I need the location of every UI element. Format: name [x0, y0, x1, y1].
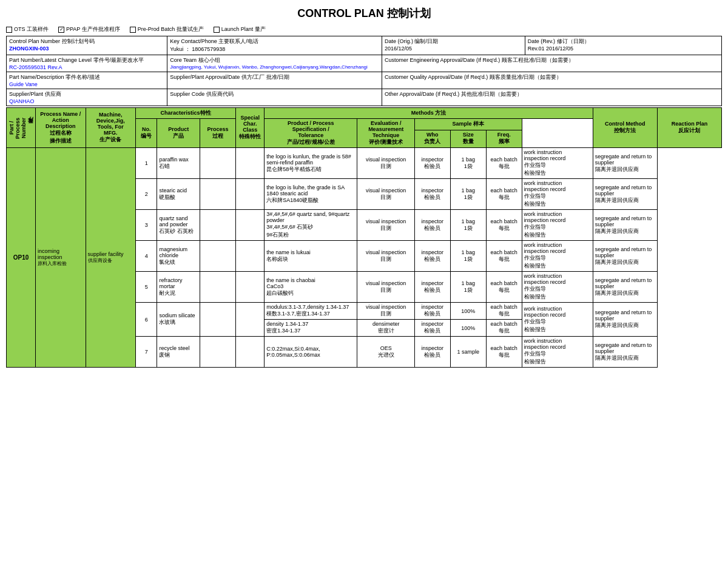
header-eval: Evaluation /MeasurementTechnique评价/测量技术 — [357, 119, 414, 148]
eval-cell: visual inspection目测 — [357, 241, 414, 272]
checkbox-launch[interactable]: Launch Plant 量产 — [214, 25, 266, 33]
no-cell: 1 — [136, 148, 157, 179]
supplier-code-label: Supplier Code 供应商代码 — [170, 90, 379, 98]
customer-eng-label: Customer Engineering Approval/Date (If R… — [385, 56, 719, 64]
spec-cell: the name is chaobaiCaCo3超白碳酸钙 — [265, 272, 357, 303]
date-rev-label: Date (Rev.) 修订（日期） — [528, 38, 719, 45]
product-cell: recycle steel废钢 — [157, 337, 200, 368]
header-who: Who负责人 — [414, 130, 450, 147]
no-cell: 4 — [136, 241, 157, 272]
checkbox-preprod-label: Pre-Prod Batch 批量试生产 — [138, 25, 204, 33]
reaction-plan-cell: segregate and return to supplier隔离并退回供应商 — [593, 148, 657, 179]
freq-cell-extra: each batch每批 — [486, 320, 522, 337]
key-contact-value: Yukui ： 18067579938 — [170, 45, 379, 53]
product-cell: magnesiumchloride氯化镁 — [157, 241, 200, 272]
reaction-plan-cell: segregate and return to supplier隔离并退回供应商 — [593, 210, 657, 241]
key-contact-label: Key Contact/Phone 主要联系人/电话 — [170, 38, 379, 45]
size-cell: 1 bag1袋 — [450, 210, 486, 241]
who-cell: inspector检验员 — [414, 148, 450, 179]
size-cell: 1 bag1袋 — [450, 179, 486, 210]
eval-cell: OES光谱仪 — [357, 337, 414, 368]
part-name-value: Guide Vane — [9, 81, 164, 87]
checkbox-preprod-box[interactable] — [130, 27, 136, 33]
special-char-cell — [236, 241, 265, 272]
spec-cell: the name is lukuai名称卤块 — [265, 241, 357, 272]
size-cell: 1 bag1袋 — [450, 148, 486, 179]
checkbox-ots-label: OTS 工装样件 — [14, 25, 49, 33]
core-team-value: Jiangjiangping, Yukui, Wujianxin, Wanbo,… — [170, 64, 379, 70]
product-cell: refractorymortar耐火泥 — [157, 272, 200, 303]
header-process-char: Process过程 — [200, 119, 236, 148]
eval-cell: visual inspection目测 — [357, 272, 414, 303]
freq-cell: each batch每批 — [486, 303, 522, 320]
no-cell: 5 — [136, 272, 157, 303]
control-plan-number-value: ZHONGXIN-003 — [9, 45, 164, 52]
control-method-cell: work instructioninspection record作业指导检验报… — [522, 272, 593, 303]
who-cell-extra: inspector检验员 — [414, 320, 450, 337]
reaction-plan-cell: segregate and return to supplier隔离并退回供应商 — [593, 241, 657, 272]
process-cell — [200, 303, 236, 337]
spec-cell: the logo is kunlun, the grade is 58# sem… — [265, 148, 357, 179]
page-title: CONTROL PLAN 控制计划 — [6, 6, 722, 21]
machine-cell: supplier facility供应商设备 — [86, 148, 136, 368]
freq-cell: each batch每批 — [486, 179, 522, 210]
checkbox-ppap[interactable]: PPAP 生产件批准程序 — [58, 25, 120, 33]
size-cell: 1 sample — [450, 337, 486, 368]
header-part-process-number: Part /ProcessNumber工序号 — [7, 108, 36, 148]
freq-cell: each batch每批 — [486, 210, 522, 241]
who-cell: inspector检验员 — [414, 337, 450, 368]
supplier-plant-approval-label: Supplier/Plant Approval/Date 供方/工厂 批准/日期 — [170, 73, 379, 81]
special-char-cell — [236, 179, 265, 210]
size-cell: 1 bag1袋 — [450, 272, 486, 303]
core-team-label: Core Team 核心小组 — [170, 56, 379, 64]
header-special-char: SpecialChar.Class特殊特性 — [236, 108, 265, 148]
size-cell: 1 bag1袋 — [450, 241, 486, 272]
freq-cell: each batch每批 — [486, 148, 522, 179]
process-name-cell: incoming inspection原料入库检验 — [36, 148, 86, 368]
control-method-cell: work instructioninspection record作业指导检验报… — [522, 148, 593, 179]
header-methods: Methods 方法 — [265, 108, 593, 119]
supplier-value: QIANHAO — [9, 98, 164, 104]
checkbox-launch-label: Launch Plant 量产 — [221, 25, 266, 33]
date-rev-value: Rev.01 2016/12/05 — [528, 45, 719, 52]
checkbox-ots-box[interactable] — [6, 27, 12, 33]
header-process-name: Process Name /ActionDescription过程名称操作描述 — [36, 108, 86, 148]
checkbox-ppap-box[interactable] — [58, 27, 64, 33]
date-orig-label: Date (Orig.) 编制/日期 — [385, 38, 522, 45]
eval-cell: visual inspection目测 — [357, 148, 414, 179]
size-cell: 100% — [450, 303, 486, 320]
freq-cell: each batch每批 — [486, 337, 522, 368]
no-cell: 3 — [136, 210, 157, 241]
other-approval-label: Other Approval/Date (If Req'd.) 其他批准/日期（… — [385, 90, 719, 98]
process-cell — [200, 272, 236, 303]
supplier-label: Supplier/Plant 供应商 — [9, 90, 164, 98]
checkbox-launch-box[interactable] — [214, 27, 220, 33]
header-no: No.编号 — [136, 119, 157, 148]
checkbox-ppap-label: PPAP 生产件批准程序 — [66, 25, 120, 33]
process-cell — [200, 210, 236, 241]
who-cell: inspector检验员 — [414, 303, 450, 320]
part-number-label: Part Number/Latest Change Level 零件号/最新更改… — [9, 56, 164, 64]
special-char-cell — [236, 337, 265, 368]
spec-cell: the logo is liuhe, the grade is SA 1840 … — [265, 179, 357, 210]
header-info-table: Control Plan Number 控制计划号码 ZHONGXIN-003 … — [6, 36, 722, 106]
no-cell: 7 — [136, 337, 157, 368]
control-method-cell: work instructioninspection record作业指导检验报… — [522, 210, 593, 241]
main-control-plan-table: Part /ProcessNumber工序号 Process Name /Act… — [6, 107, 722, 368]
product-cell: stearic acid硬脂酸 — [157, 179, 200, 210]
checkbox-ots[interactable]: OTS 工装样件 — [6, 25, 49, 33]
control-method-cell: work instructioninspection record作业指导检验报… — [522, 241, 593, 272]
special-char-cell — [236, 303, 265, 337]
reaction-plan-cell: segregate and return to supplier隔离并退回供应商 — [593, 272, 657, 303]
process-cell — [200, 241, 236, 272]
freq-cell: each batch每批 — [486, 272, 522, 303]
spec-cell: 3#,4#,5#,6# quartz sand, 9#quartz powder… — [265, 210, 357, 241]
product-cell: sodium silicate水玻璃 — [157, 303, 200, 337]
checkboxes-container: OTS 工装样件 PPAP 生产件批准程序 Pre-Prod Batch 批量试… — [6, 25, 722, 33]
size-cell-extra: 100% — [450, 320, 486, 337]
spec-cell-extra: density 1.34-1.37密度1.34-1.37 — [265, 320, 357, 337]
checkbox-preprod[interactable]: Pre-Prod Batch 批量试生产 — [130, 25, 204, 33]
process-cell — [200, 148, 236, 179]
customer-quality-label: Customer Quality Approval/Date (If Req'd… — [385, 73, 719, 81]
part-number-value: RC-205595031 Rev.A — [9, 64, 164, 70]
